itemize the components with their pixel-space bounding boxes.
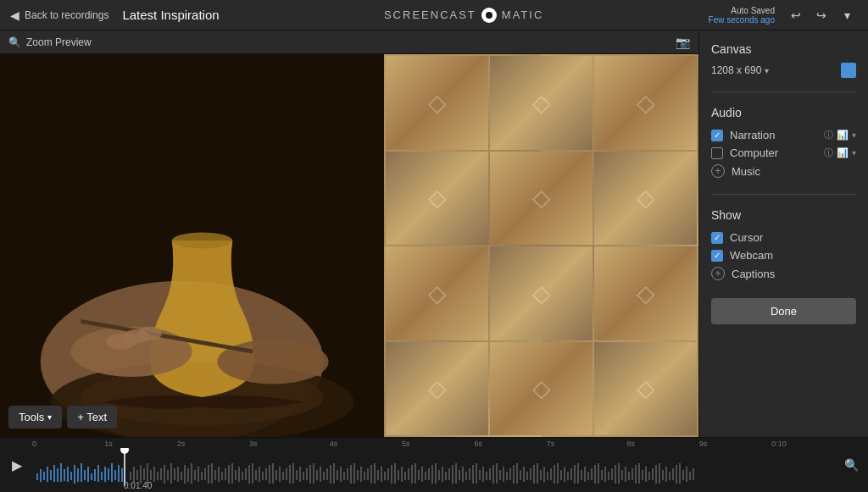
narration-dropdown-icon[interactable]: ▾: [852, 130, 856, 140]
pattern-cell: [386, 152, 488, 246]
svg-rect-16: [53, 465, 55, 482]
music-item: + Music: [711, 162, 856, 180]
svg-rect-24: [81, 463, 82, 482]
svg-rect-12: [40, 469, 42, 482]
svg-rect-92: [316, 470, 318, 480]
text-label: + Text: [77, 411, 107, 423]
computer-checkbox[interactable]: [711, 147, 723, 159]
narration-levels-icon[interactable]: 📊: [837, 130, 849, 141]
svg-point-4: [172, 232, 233, 248]
svg-rect-127: [435, 463, 437, 484]
svg-rect-101: [347, 468, 348, 480]
svg-rect-67: [231, 463, 233, 484]
screenshot-icon[interactable]: 📷: [676, 36, 690, 49]
svg-rect-154: [526, 472, 528, 480]
pattern-cell: [490, 152, 593, 246]
done-button[interactable]: Done: [711, 298, 856, 324]
svg-rect-124: [425, 472, 426, 480]
computer-item: Computer ⓘ 📊 ▾: [711, 144, 856, 162]
computer-info-icon[interactable]: ⓘ: [824, 146, 833, 159]
zoom-label: Zoom Preview: [26, 36, 92, 48]
back-button[interactable]: ◀ Back to recordings: [10, 8, 108, 22]
svg-rect-156: [533, 465, 535, 484]
time-1s: 1s: [104, 439, 113, 448]
svg-point-10: [137, 326, 162, 340]
svg-rect-187: [638, 463, 640, 484]
svg-rect-73: [252, 463, 253, 484]
tools-bar: Tools ▾ + Text: [8, 406, 117, 428]
svg-rect-184: [628, 472, 630, 480]
svg-rect-82: [282, 472, 284, 480]
narration-label: Narration: [730, 129, 817, 141]
canvas-section: Canvas 1208 x 690 ▾: [711, 42, 856, 78]
svg-rect-41: [143, 468, 145, 480]
svg-rect-151: [516, 463, 518, 484]
svg-rect-125: [428, 468, 430, 480]
timeline-search-button[interactable]: 🔍: [841, 455, 861, 475]
pattern-cell: [594, 152, 697, 246]
canvas-color-picker[interactable]: [841, 63, 856, 78]
canvas-caret-icon: ▾: [765, 66, 769, 75]
svg-rect-27: [91, 473, 92, 480]
svg-rect-49: [170, 463, 172, 484]
time-2s: 2s: [177, 439, 186, 448]
svg-rect-69: [238, 467, 240, 482]
play-button[interactable]: ▶: [7, 455, 27, 475]
svg-rect-143: [489, 468, 491, 480]
svg-rect-30: [101, 472, 103, 480]
svg-rect-11: [36, 473, 38, 480]
tools-button[interactable]: Tools ▾: [8, 406, 62, 428]
svg-rect-31: [104, 467, 106, 482]
svg-rect-65: [225, 468, 226, 480]
svg-rect-185: [632, 468, 633, 480]
captions-add-icon[interactable]: +: [711, 267, 725, 280]
svg-rect-113: [387, 468, 389, 480]
svg-rect-158: [540, 470, 542, 480]
svg-rect-39: [136, 470, 138, 480]
svg-rect-46: [160, 468, 162, 480]
svg-rect-175: [598, 463, 599, 484]
zoom-icon: 🔍: [8, 36, 21, 48]
time-6s: 6s: [474, 439, 482, 448]
svg-rect-21: [70, 472, 72, 480]
svg-rect-84: [289, 465, 291, 484]
waveform-container[interactable]: 0 1s 2s 3s 4s 5s 6s 7s 8s 9s 0:10: [32, 438, 836, 492]
svg-rect-62: [214, 470, 216, 480]
logo-text-left: SCREENCAST: [384, 8, 476, 21]
captions-item: + Captions: [711, 264, 856, 283]
music-label: Music: [732, 165, 760, 178]
narration-checkbox[interactable]: [711, 130, 723, 141]
music-add-icon[interactable]: +: [711, 164, 725, 178]
autosave-time: Few seconds ago: [709, 15, 775, 25]
time-4s: 4s: [330, 439, 338, 448]
canvas-size-selector[interactable]: 1208 x 690 ▾: [711, 64, 769, 76]
undo-button[interactable]: ↩: [785, 4, 807, 26]
svg-rect-134: [459, 470, 460, 480]
cursor-checkbox[interactable]: [711, 232, 723, 244]
svg-rect-179: [611, 468, 613, 480]
webcam-checkbox[interactable]: [711, 250, 723, 262]
logo-icon: [481, 8, 497, 23]
svg-rect-102: [350, 465, 352, 484]
redo-button[interactable]: ↪: [810, 4, 832, 26]
svg-rect-140: [479, 470, 481, 480]
divider-2: [711, 194, 856, 195]
computer-dropdown-icon[interactable]: ▾: [852, 148, 856, 158]
text-button[interactable]: + Text: [67, 406, 117, 428]
svg-rect-196: [669, 472, 670, 480]
svg-rect-195: [665, 467, 667, 482]
autosave-area: Auto Saved Few seconds ago: [709, 6, 775, 25]
svg-rect-25: [84, 470, 86, 480]
time-8s: 8s: [627, 439, 636, 448]
more-button[interactable]: ▾: [836, 4, 858, 26]
computer-levels-icon[interactable]: 📊: [837, 147, 849, 158]
narration-info-icon[interactable]: ⓘ: [824, 129, 833, 141]
svg-rect-123: [421, 467, 423, 482]
svg-rect-171: [584, 467, 586, 482]
svg-rect-182: [621, 470, 623, 480]
svg-rect-118: [404, 472, 406, 480]
svg-rect-58: [201, 472, 203, 480]
svg-rect-15: [50, 470, 52, 480]
svg-rect-32: [108, 468, 109, 480]
svg-rect-132: [452, 465, 453, 484]
